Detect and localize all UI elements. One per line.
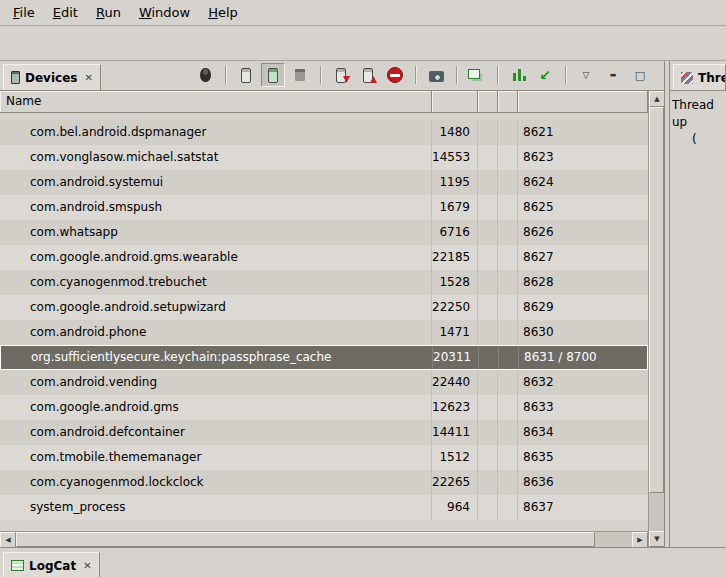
- menu-edit[interactable]: Edit: [44, 2, 87, 23]
- process-table-body: com.bel.android.dspmanager14808621com.vo…: [0, 113, 648, 531]
- close-icon[interactable]: ✕: [83, 560, 91, 571]
- cell-empty: [498, 170, 518, 195]
- table-row[interactable]: com.google.android.setupwizard222508629: [0, 295, 648, 320]
- horizontal-scroll-track[interactable]: [16, 532, 632, 547]
- table-row[interactable]: com.android.smspush16798625: [0, 195, 648, 220]
- cell-empty: [498, 370, 518, 395]
- cell-empty: [498, 270, 518, 295]
- menu-bar: FileEditRunWindowHelp: [0, 0, 726, 26]
- screen-capture-icon[interactable]: [424, 63, 448, 87]
- table-header: Name: [0, 91, 648, 113]
- process-port: 8636: [518, 470, 648, 495]
- table-row[interactable]: org.sufficientlysecure.keychain:passphra…: [0, 345, 648, 370]
- menu-window[interactable]: Window: [130, 2, 199, 23]
- process-pid: 12623: [432, 395, 478, 420]
- process-name: com.android.smspush: [0, 195, 432, 220]
- cell-empty: [478, 295, 498, 320]
- column-header-port[interactable]: [518, 91, 648, 113]
- stop-process-icon[interactable]: [383, 63, 407, 87]
- column-header-empty[interactable]: [498, 91, 518, 113]
- cell-empty: [478, 195, 498, 220]
- column-header-name[interactable]: Name: [0, 91, 432, 113]
- scroll-right-button[interactable]: ▶: [632, 532, 648, 547]
- process-pid: 14411: [432, 420, 478, 445]
- vertical-scroll-thumb[interactable]: [649, 107, 664, 493]
- horizontal-scrollbar[interactable]: ◀ ▶: [0, 531, 648, 547]
- horizontal-scroll-thumb[interactable]: [16, 532, 595, 547]
- process-port: 8630: [518, 320, 648, 345]
- table-row[interactable]: system_process9648637: [0, 495, 648, 520]
- dump-hprof-icon[interactable]: [261, 63, 285, 87]
- process-pid: 1528: [432, 270, 478, 295]
- process-port: 8629: [518, 295, 648, 320]
- method-profiling-icon[interactable]: [356, 63, 380, 87]
- cell-empty: [498, 220, 518, 245]
- process-name: org.sufficientlysecure.keychain:passphra…: [1, 346, 433, 369]
- process-port: 8632: [518, 370, 648, 395]
- cell-empty: [498, 245, 518, 270]
- table-row[interactable]: com.vonglasow.michael.satstat145538623: [0, 145, 648, 170]
- table-row[interactable]: com.tmobile.thememanager15128635: [0, 445, 648, 470]
- table-row[interactable]: com.whatsapp67168626: [0, 220, 648, 245]
- table-row[interactable]: com.android.defcontainer144118634: [0, 420, 648, 445]
- toolbar-separator: [225, 66, 226, 84]
- cell-empty: [498, 145, 518, 170]
- cell-empty: [478, 220, 498, 245]
- hierarchy-view-icon[interactable]: [465, 63, 489, 87]
- tab-logcat[interactable]: LogCat ✕: [3, 552, 100, 577]
- process-name: com.android.systemui: [0, 170, 432, 195]
- close-icon[interactable]: ✕: [84, 72, 92, 83]
- process-table: Name com.bel.android.dspmanager14808621c…: [0, 91, 664, 547]
- minimize-icon[interactable]: ▬: [601, 63, 625, 87]
- cause-gc-icon[interactable]: [288, 63, 312, 87]
- scroll-left-button[interactable]: ◀: [0, 532, 16, 547]
- vertical-scrollbar[interactable]: ▲ ▼: [648, 91, 664, 547]
- process-port: 8621: [518, 120, 648, 145]
- scroll-up-button[interactable]: ▲: [649, 91, 664, 107]
- table-row[interactable]: com.cyanogenmod.trebuchet15288628: [0, 270, 648, 295]
- maximize-icon[interactable]: □: [628, 63, 652, 87]
- toolbar-separator: [565, 66, 566, 84]
- table-row[interactable]: com.bel.android.dspmanager14808621: [0, 120, 648, 145]
- debug-process-icon[interactable]: [193, 63, 217, 87]
- update-heap-icon[interactable]: [234, 63, 258, 87]
- process-pid: 6716: [432, 220, 478, 245]
- logcat-icon: [11, 560, 24, 571]
- update-threads-icon[interactable]: [329, 63, 353, 87]
- process-pid: 20311: [433, 346, 479, 369]
- column-header-empty[interactable]: [478, 91, 498, 113]
- table-row[interactable]: com.android.vending224408632: [0, 370, 648, 395]
- table-row[interactable]: com.cyanogenmod.lockclock222658636: [0, 470, 648, 495]
- profiling-bars-icon[interactable]: [506, 63, 530, 87]
- process-port: 8626: [518, 220, 648, 245]
- devices-tabbar: Devices ✕ ↙▽▬□: [0, 61, 664, 91]
- cell-empty: [478, 470, 498, 495]
- tab-devices[interactable]: Devices ✕: [3, 64, 101, 90]
- view-menu-icon[interactable]: ▽: [574, 63, 598, 87]
- column-header-pid[interactable]: [432, 91, 478, 113]
- cell-empty: [498, 295, 518, 320]
- cell-empty: [478, 270, 498, 295]
- scroll-down-button[interactable]: ▼: [649, 531, 664, 547]
- vertical-scroll-track[interactable]: [649, 107, 664, 531]
- main-toolbar-strip: [0, 26, 726, 61]
- toolbar-separator: [497, 66, 498, 84]
- tab-threads[interactable]: Threads: [673, 64, 726, 90]
- process-port: 8628: [518, 270, 648, 295]
- process-pid: 1195: [432, 170, 478, 195]
- menu-file[interactable]: File: [4, 2, 44, 23]
- cell-empty: [498, 445, 518, 470]
- process-pid: 1512: [432, 445, 478, 470]
- toolbar-separator: [456, 66, 457, 84]
- menu-help[interactable]: Help: [199, 2, 247, 23]
- cell-empty: [478, 370, 498, 395]
- menu-run[interactable]: Run: [87, 2, 130, 23]
- table-row[interactable]: com.android.systemui11958624: [0, 170, 648, 195]
- tracing-arrow-icon[interactable]: ↙: [533, 63, 557, 87]
- devices-tab-label: Devices: [25, 71, 77, 85]
- table-row[interactable]: com.android.phone14718630: [0, 320, 648, 345]
- cell-empty: [478, 170, 498, 195]
- process-name: com.bel.android.dspmanager: [0, 120, 432, 145]
- table-row[interactable]: com.google.android.gms126238633: [0, 395, 648, 420]
- table-row[interactable]: com.google.android.gms.wearable221858627: [0, 245, 648, 270]
